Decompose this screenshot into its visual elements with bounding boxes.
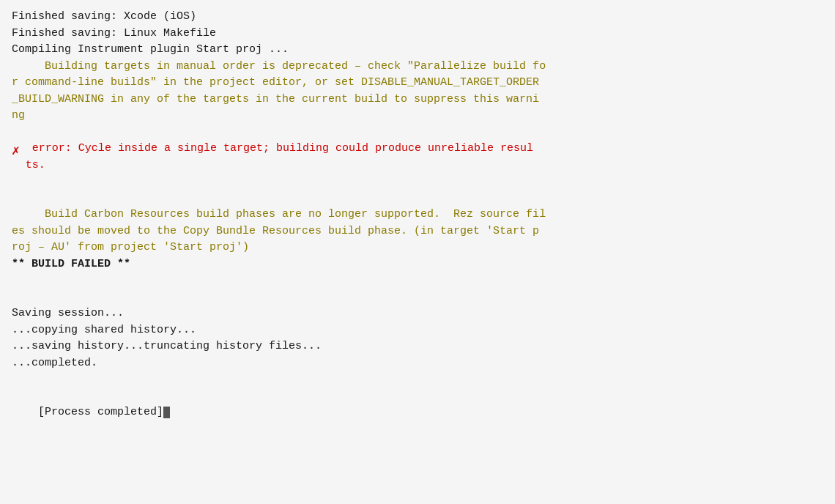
completed-line: ...completed. (12, 355, 823, 372)
error-line: ✗ error: Cycle inside a single target; b… (12, 141, 823, 174)
blank-2 (12, 174, 823, 190)
build-failed-line: ** BUILD FAILED ** (12, 256, 823, 273)
terminal-output: Finished saving: Xcode (iOS) Finished sa… (0, 0, 835, 504)
process-completed-line: [Process completed] (12, 388, 823, 438)
copying-history-line: ...copying shared history... (12, 322, 823, 339)
blank-6 (12, 371, 823, 388)
blank-3 (12, 190, 823, 207)
blank-5 (12, 289, 823, 306)
error-text: error: Cycle inside a single target; bui… (26, 141, 533, 174)
line-warning-1: Building targets in manual order is depr… (12, 59, 823, 125)
saving-session-line: Saving session... (12, 305, 823, 322)
blank-4 (12, 273, 823, 289)
line-warning-2: Build Carbon Resources build phases are … (12, 207, 823, 256)
line-2: Finished saving: Linux Makefile (12, 26, 823, 42)
terminal-cursor (163, 407, 170, 419)
line-1: Finished saving: Xcode (iOS) (12, 9, 823, 26)
blank-1 (12, 125, 823, 141)
error-icon: ✗ (12, 141, 20, 161)
line-3: Compiling Instrument plugin Start proj .… (12, 42, 823, 59)
saving-history-line: ...saving history...truncating history f… (12, 338, 823, 355)
